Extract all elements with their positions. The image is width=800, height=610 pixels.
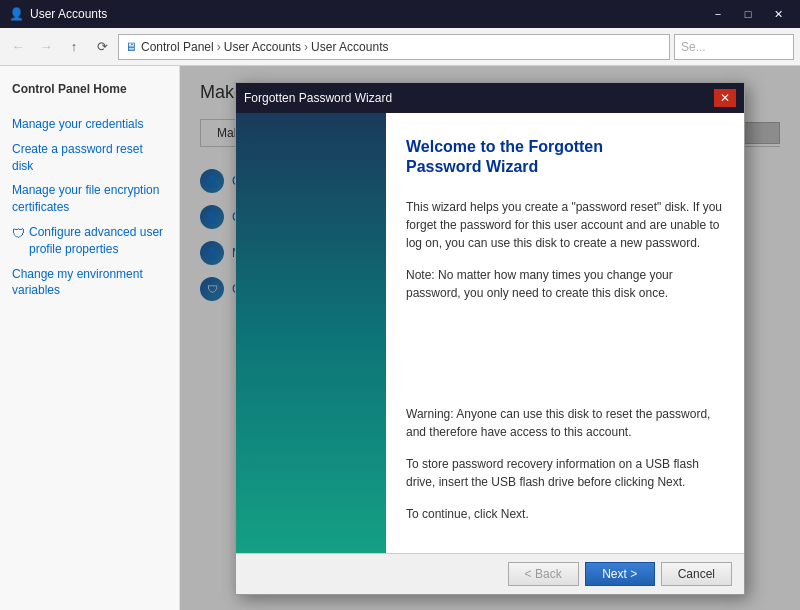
dialog-left-panel <box>236 113 386 553</box>
main-container: Control Panel Home Manage your credentia… <box>0 66 800 610</box>
address-box[interactable]: 🖥 Control Panel › User Accounts › User A… <box>118 34 670 60</box>
sidebar-link-credentials[interactable]: Manage your credentials <box>0 112 179 137</box>
dialog-para-4: To store password recovery information o… <box>406 455 724 491</box>
dialog-title-bar: Forgotten Password Wizard ✕ <box>236 83 744 113</box>
next-button[interactable]: Next > <box>585 562 655 586</box>
back-button[interactable]: ← <box>6 35 30 59</box>
sidebar-link-encryption[interactable]: Manage your file encryption certificates <box>0 178 179 220</box>
refresh-button[interactable]: ⟳ <box>90 35 114 59</box>
breadcrumb-icon: 🖥 <box>125 40 137 54</box>
dialog-para-5: To continue, click Next. <box>406 505 724 523</box>
up-button[interactable]: ↑ <box>62 35 86 59</box>
window-icon: 👤 <box>8 6 24 22</box>
breadcrumb-cp: Control Panel <box>141 40 214 54</box>
dialog-body: Welcome to the Forgotten Password Wizard… <box>236 113 744 553</box>
search-box[interactable]: Se... <box>674 34 794 60</box>
breadcrumb-ua2: User Accounts <box>311 40 388 54</box>
dialog-para-2: Note: No matter how many times you chang… <box>406 266 724 302</box>
sep2: › <box>304 40 308 54</box>
sidebar-link-advanced[interactable]: 🛡 Configure advanced user profile proper… <box>0 220 179 262</box>
sep1: › <box>217 40 221 54</box>
cancel-button[interactable]: Cancel <box>661 562 732 586</box>
back-button[interactable]: < Back <box>508 562 579 586</box>
maximize-button[interactable]: □ <box>734 4 762 24</box>
shield-icon: 🛡 <box>12 225 25 243</box>
title-bar: 👤 User Accounts − □ ✕ <box>0 0 800 28</box>
search-placeholder: Se... <box>681 40 706 54</box>
forward-button[interactable]: → <box>34 35 58 59</box>
content-area: Make changes to your user account Make c… <box>180 66 800 610</box>
window-controls: − □ ✕ <box>704 4 792 24</box>
close-button[interactable]: ✕ <box>764 4 792 24</box>
dialog-close-button[interactable]: ✕ <box>714 89 736 107</box>
dialog-footer: < Back Next > Cancel <box>236 553 744 594</box>
dialog-para-3: Warning: Anyone can use this disk to res… <box>406 405 724 441</box>
breadcrumb-ua1: User Accounts <box>224 40 301 54</box>
forgotten-password-dialog: Forgotten Password Wizard ✕ Welcome to t… <box>235 82 745 595</box>
address-bar: ← → ↑ ⟳ 🖥 Control Panel › User Accounts … <box>0 28 800 66</box>
dialog-right-panel: Welcome to the Forgotten Password Wizard… <box>386 113 744 553</box>
sidebar-link-env[interactable]: Change my environment variables <box>0 262 179 304</box>
dialog-overlay: Forgotten Password Wizard ✕ Welcome to t… <box>180 66 800 610</box>
dialog-heading: Welcome to the Forgotten Password Wizard <box>406 137 724 179</box>
sidebar-home[interactable]: Control Panel Home <box>0 78 179 104</box>
minimize-button[interactable]: − <box>704 4 732 24</box>
sidebar-link-reset-disk[interactable]: Create a password reset disk <box>0 137 179 179</box>
window-title: User Accounts <box>30 7 704 21</box>
dialog-para-1: This wizard helps you create a "password… <box>406 198 724 252</box>
dialog-title-text: Forgotten Password Wizard <box>244 91 714 105</box>
sidebar: Control Panel Home Manage your credentia… <box>0 66 180 610</box>
